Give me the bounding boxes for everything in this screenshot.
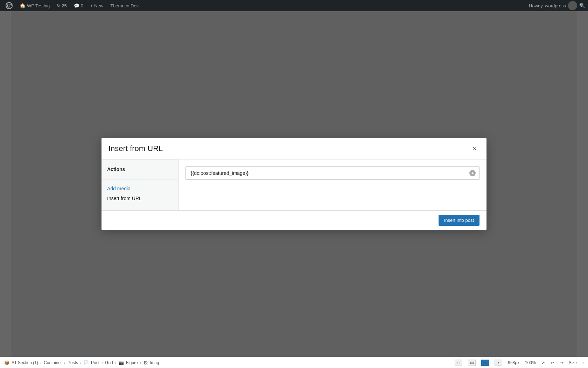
size-label: Size [569,360,577,365]
modal-content-empty-area [186,187,479,203]
site-icon: 🏠 [20,3,26,8]
breadcrumb-label-container: Container [44,360,62,365]
themeco-item[interactable]: Themeco Dev [107,0,141,11]
avatar[interactable] [568,1,577,10]
site-name-label: WP Testing [27,3,50,8]
breadcrumb: 📦 S1 Section (1) › Container › Posts › 📄… [4,360,159,365]
site-name-item[interactable]: 🏠 WP Testing [17,0,52,11]
breadcrumb-sep-6: › [140,360,141,365]
breadcrumb-sep-5: › [115,360,117,365]
updates-item[interactable]: ↻ 25 [54,0,69,11]
url-input-wrapper: ● [186,166,479,180]
modal-overlay: Insert from URL × Actions Add media Inse… [0,11,588,357]
wp-logo-icon [6,2,13,9]
updates-icon: ↻ [57,3,60,8]
themeco-label: Themeco Dev [110,3,139,8]
resolution-value: 968px [508,360,519,365]
admin-bar-right: Howdy, wordpress 🔍 [529,1,585,10]
admin-bar: 🏠 WP Testing ↻ 25 💬 0 + New Themeco Dev … [0,0,588,11]
modal-main-content: ● [178,159,486,210]
wp-logo-item[interactable] [3,0,15,11]
breadcrumb-label-post-text: Post [91,360,99,365]
search-icon[interactable]: 🔍 [579,3,585,8]
breadcrumb-label-posts: Posts [68,360,78,365]
breadcrumb-sep-1: › [40,360,42,365]
insert-from-url-modal: Insert from URL × Actions Add media Inse… [102,138,486,230]
breadcrumb-label-grid: Grid [105,360,113,365]
howdy-label: Howdy, wordpress [529,3,566,8]
expand-icon[interactable]: ⤢ [541,360,545,365]
view-mode-tablet[interactable]: ▫ [481,360,489,366]
breadcrumb-label-figure-text: Figure [126,360,138,365]
modal-close-button[interactable]: × [470,144,479,154]
comments-count: 0 [81,3,83,8]
modal-body: Actions Add media Insert from URL ● [102,159,486,210]
view-mode-desktop[interactable]: □ [455,360,462,366]
breadcrumb-label-imag-text: Imag [150,360,159,365]
redo-icon[interactable]: ↪ [560,360,563,365]
sidebar-item-add-media[interactable]: Add media [102,184,178,193]
breadcrumb-label-section: S1 Section (1) [12,360,38,365]
modal-sidebar: Actions Add media Insert from URL [102,159,178,210]
comments-icon: 💬 [74,3,79,8]
undo-icon[interactable]: ↩ [551,360,554,365]
breadcrumb-label-figure: 📷 [119,360,124,365]
sidebar-actions-title: Actions [102,166,178,176]
bottom-bar-right: □ ▭ ▫ ▪ 968px 100% ⤢ ↩ ↪ Size › [455,360,584,366]
new-item[interactable]: + New [88,0,106,11]
breadcrumb-sep-4: › [102,360,103,365]
size-arrow-icon: › [582,360,584,365]
new-label: + New [90,3,103,8]
breadcrumb-sep-2: › [64,360,65,365]
bottom-bar: 📦 S1 Section (1) › Container › Posts › 📄… [0,357,588,368]
breadcrumb-item-section[interactable]: 📦 [4,360,9,365]
breadcrumb-sep-3: › [80,360,82,365]
url-input[interactable] [189,167,469,179]
sidebar-divider [102,179,178,179]
view-mode-mobile[interactable]: ▪ [495,360,502,366]
breadcrumb-label-post: 📄 [84,360,89,365]
sidebar-item-insert-from-url[interactable]: Insert from URL [102,193,178,203]
insert-into-post-button[interactable]: Insert into post [439,215,479,226]
modal-header: Insert from URL × [102,138,486,159]
modal-footer: Insert into post [102,210,486,230]
updates-count: 25 [62,3,66,8]
view-mode-laptop[interactable]: ▭ [468,360,476,366]
admin-bar-left: 🏠 WP Testing ↻ 25 💬 0 + New Themeco Dev [3,0,529,11]
url-input-clear-button[interactable]: ● [469,170,476,176]
comments-item[interactable]: 💬 0 [71,0,86,11]
modal-title: Insert from URL [108,144,163,153]
zoom-value: 100% [525,360,536,365]
breadcrumb-label-imag: 🖼 [144,360,148,365]
